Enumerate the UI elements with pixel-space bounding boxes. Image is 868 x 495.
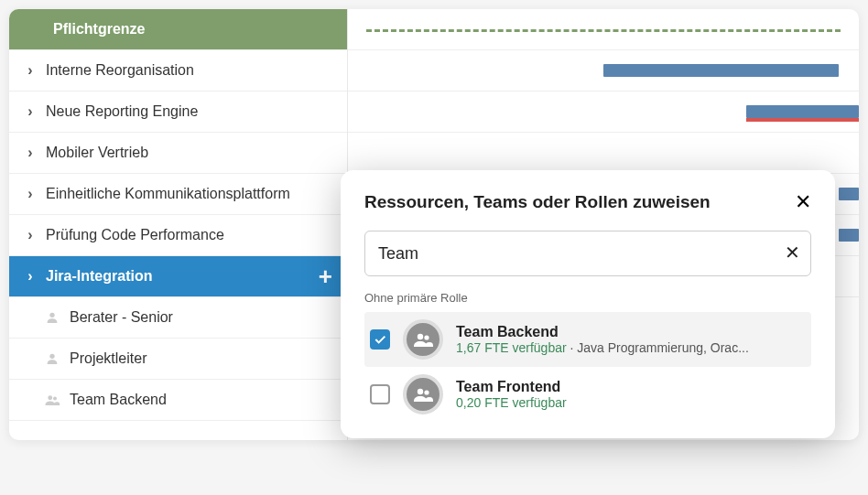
sidebar-item-jira-integration[interactable]: › Jira-Integration + (9, 256, 347, 297)
project-sidebar: Pflichtgrenze › Interne Reorganisation ›… (9, 9, 348, 440)
resource-text: Team Backend 1,67 FTE verfügbar · Java P… (456, 324, 749, 355)
svg-point-3 (53, 397, 57, 401)
resource-subline: 1,67 FTE verfügbar · Java Programmierung… (456, 340, 749, 355)
sidebar-header-label: Pflichtgrenze (53, 21, 145, 38)
svg-point-0 (49, 313, 54, 317)
clear-search-icon[interactable]: ✕ (785, 242, 800, 264)
team-icon (44, 392, 60, 408)
sidebar-subitem-berater-senior[interactable]: Berater - Senior (9, 297, 347, 339)
resource-text: Team Frontend 0,20 FTE verfügbar (456, 379, 567, 410)
resource-extra: · Java Programmierung, Orac... (567, 340, 749, 355)
search-input[interactable] (364, 231, 811, 276)
gantt-bar[interactable] (603, 64, 839, 77)
sidebar-item-label: Interne Reorganisation (46, 62, 194, 79)
assign-resources-modal: Ressourcen, Teams oder Rollen zuweisen ✕… (341, 170, 835, 438)
sidebar-subitem-projektleiter[interactable]: Projektleiter (9, 339, 347, 380)
chevron-right-icon: › (24, 145, 37, 161)
sidebar-subitem-label: Projektleiter (70, 350, 146, 367)
team-avatar-icon (403, 374, 443, 414)
resource-name: Team Frontend (456, 379, 567, 395)
sidebar-item-mobiler-vertrieb[interactable]: › Mobiler Vertrieb (9, 133, 347, 174)
resource-subline: 0,20 FTE verfügbar (456, 395, 567, 410)
sidebar-subitem-label: Berater - Senior (70, 309, 173, 326)
chevron-right-icon: › (24, 268, 37, 285)
sidebar-item-einheitliche-kommunikationsplattform[interactable]: › Einheitliche Kommunikationsplattform (9, 174, 347, 215)
checkbox-unchecked[interactable] (370, 384, 390, 404)
sidebar-item-label: Jira-Integration (46, 268, 152, 285)
sidebar-item-interne-reorganisation[interactable]: › Interne Reorganisation (9, 50, 347, 91)
sidebar-item-label: Prüfung Code Performance (46, 227, 224, 243)
close-icon[interactable]: ✕ (795, 190, 811, 214)
modal-header: Ressourcen, Teams oder Rollen zuweisen ✕ (364, 190, 811, 214)
person-icon (44, 350, 60, 367)
svg-point-2 (48, 395, 52, 400)
resource-fte: 1,67 FTE verfügbar (456, 340, 567, 355)
resource-fte: 0,20 FTE verfügbar (456, 395, 567, 410)
person-icon (44, 309, 60, 326)
gantt-row (348, 50, 859, 91)
sidebar-header: Pflichtgrenze (9, 9, 347, 50)
resource-row-team-frontend[interactable]: Team Frontend 0,20 FTE verfügbar (364, 367, 811, 422)
gantt-bar[interactable] (746, 105, 859, 118)
gantt-bar[interactable] (839, 188, 859, 200)
svg-point-1 (49, 354, 54, 359)
sidebar-item-label: Einheitliche Kommunikationsplattform (46, 186, 290, 202)
svg-point-7 (424, 390, 429, 394)
gantt-bar[interactable] (839, 229, 859, 242)
resource-name: Team Backend (456, 324, 749, 340)
section-label: Ohne primäre Rolle (364, 291, 811, 305)
chevron-right-icon: › (24, 103, 37, 120)
add-icon[interactable]: + (319, 263, 332, 291)
chevron-right-icon: › (24, 227, 37, 243)
gantt-row (348, 9, 859, 50)
sidebar-subitem-team-backend[interactable]: Team Backend (9, 380, 347, 421)
svg-point-4 (418, 334, 423, 339)
chevron-right-icon: › (24, 186, 37, 202)
sidebar-subitem-label: Team Backend (70, 392, 167, 408)
pflichtgrenze-line (366, 29, 841, 32)
sidebar-item-neue-reporting-engine[interactable]: › Neue Reporting Engine (9, 91, 347, 133)
checkbox-checked[interactable] (370, 329, 390, 350)
modal-title: Ressourcen, Teams oder Rollen zuweisen (364, 192, 711, 212)
search-wrapper: ✕ (364, 231, 811, 276)
svg-point-5 (424, 335, 429, 339)
chevron-right-icon: › (24, 62, 37, 79)
team-avatar-icon (403, 319, 443, 360)
sidebar-item-label: Mobiler Vertrieb (46, 145, 148, 161)
svg-point-6 (418, 389, 423, 394)
sidebar-item-label: Neue Reporting Engine (46, 103, 198, 120)
sidebar-item-pruefung-code-performance[interactable]: › Prüfung Code Performance (9, 215, 347, 256)
gantt-row (348, 91, 859, 133)
gantt-row (348, 133, 859, 174)
resource-row-team-backend[interactable]: Team Backend 1,67 FTE verfügbar · Java P… (364, 312, 811, 367)
